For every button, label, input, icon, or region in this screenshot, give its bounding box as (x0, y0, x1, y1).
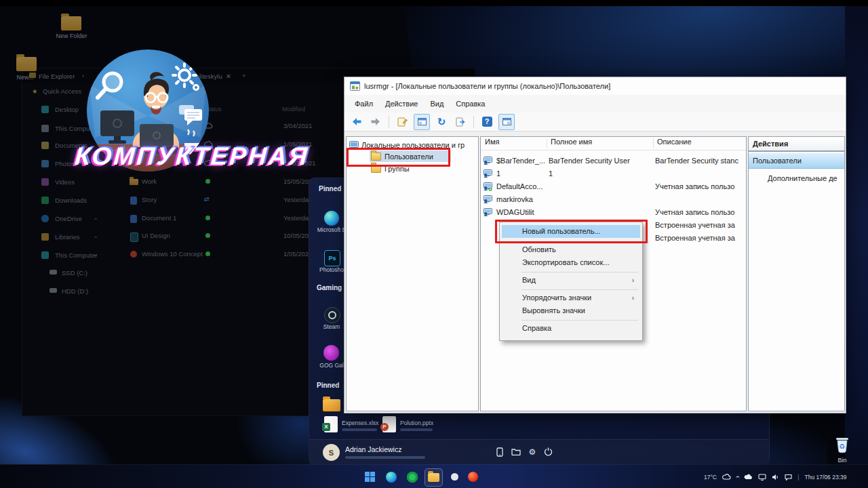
sidebar-item-libraries[interactable]: Libraries (55, 233, 79, 241)
recycle-bin-label: Bin (827, 457, 857, 464)
sidebar-item-videos[interactable]: Videos (55, 178, 75, 186)
computer-icon (41, 125, 49, 132)
folder-icon[interactable] (511, 447, 521, 457)
menu-view[interactable]: Вид (424, 97, 450, 110)
menu-item-arrange-icons[interactable]: Упорядочить значки › (502, 291, 640, 304)
sidebar-item-hdd[interactable]: HDD (D:) (62, 287, 88, 295)
explorer-tab-title[interactable]: File Explorer (39, 73, 75, 80)
taskbar: 17°C › | Thu 17/06 23:39 (0, 464, 868, 488)
sidebar-item-onedrive[interactable]: OneDrive (55, 215, 82, 222)
synced-status-icon (205, 216, 210, 220)
chevron-up-icon[interactable]: › (94, 233, 96, 241)
weather-cloud-icon[interactable] (722, 474, 731, 480)
menu-item-export-list[interactable]: Экспортировать список... (502, 256, 640, 269)
chat-icon[interactable] (785, 474, 792, 481)
tray-chevron-up-icon[interactable]: › (736, 473, 738, 481)
onedrive-cloud-icon[interactable] (744, 474, 753, 480)
menu-item-help[interactable]: Справка (502, 322, 640, 335)
gog-galaxy-icon[interactable] (323, 345, 339, 361)
new-tab-icon[interactable]: + (242, 72, 246, 79)
column-header-name[interactable]: Имя (485, 138, 499, 146)
taskbar-edge-icon[interactable] (382, 468, 399, 485)
weather-temp[interactable]: 17°C (704, 474, 717, 481)
close-icon[interactable]: ✕ (226, 73, 231, 80)
taskbar-red-app-icon[interactable] (465, 468, 481, 485)
downloads-icon (41, 197, 49, 204)
show-console-tree-button[interactable] (414, 114, 430, 130)
user-row[interactable]: 1 1 (481, 167, 746, 180)
actions-item-users[interactable]: Пользователи (749, 153, 844, 169)
computer-icon (41, 251, 49, 259)
list-header: Имя Полное имя Описание (481, 137, 746, 150)
toolbar: ↻ ? (344, 113, 846, 131)
start-button[interactable] (361, 468, 378, 485)
windows-logo-icon (365, 472, 375, 482)
actions-item-more[interactable]: Дополнительные де (768, 173, 837, 184)
sidebar-item-desktop[interactable]: Desktop (55, 106, 79, 113)
edge-icon[interactable] (324, 211, 339, 226)
menu-help[interactable]: Справка (450, 97, 491, 110)
user-row[interactable]: DefaultAcco... Учетная запись пользо (481, 180, 746, 193)
taskbar-green-app-icon[interactable] (403, 468, 420, 485)
menu-action[interactable]: Действие (379, 97, 424, 110)
sidebar-item-ssd[interactable]: SSD (C:) (62, 269, 87, 277)
clock[interactable]: Thu 17/06 23:39 (805, 474, 847, 481)
gaming-section-label: Gaming (317, 284, 342, 291)
column-divider[interactable] (653, 138, 654, 148)
user-row[interactable]: WDAGUtilit Учетная запись пользо (481, 206, 746, 219)
desktop-icon-recycle-bin[interactable]: ♻ Bin (827, 436, 857, 464)
column-header-modified[interactable]: Modified (282, 106, 305, 113)
menu-item-view[interactable]: Вид › (502, 274, 640, 287)
taskbar-light-app-icon[interactable] (446, 468, 463, 485)
sync-status-icon: ⇄ (204, 195, 210, 203)
column-divider[interactable] (547, 138, 547, 148)
speaker-icon[interactable] (772, 474, 779, 481)
back-icon[interactable]: ‹ (82, 72, 84, 79)
desktop-icon-new-folder[interactable] (61, 16, 81, 30)
sidebar-item-downloads[interactable]: Downloads (55, 197, 87, 204)
user-row[interactable]: markirovka (481, 193, 746, 206)
console-doc-button[interactable] (395, 115, 410, 129)
user-row[interactable]: $BarTender_... BarTender Security User B… (481, 155, 746, 167)
column-header-description[interactable]: Описание (657, 138, 692, 146)
back-button[interactable] (349, 115, 364, 129)
refresh-button[interactable]: ↻ (434, 115, 449, 129)
title-bar[interactable]: lusrmgr - [Локальные пользователи и груп… (344, 77, 846, 96)
folder-icon (61, 16, 81, 30)
steam-icon[interactable] (324, 307, 340, 323)
submenu-arrow-icon: › (632, 274, 634, 287)
folder-icon[interactable] (323, 399, 340, 411)
file-subtext-line (342, 428, 377, 431)
power-icon[interactable] (543, 447, 553, 457)
recycle-bin-icon: ♻ (835, 436, 850, 453)
sidebar-item-this-computer-2[interactable]: This Computer (55, 251, 97, 259)
menu-file[interactable]: Файл (349, 97, 379, 110)
toolbar-separator (389, 116, 389, 128)
menu-item-refresh[interactable]: Обновить (502, 243, 640, 256)
star-icon: ★ (32, 87, 38, 95)
forward-button[interactable] (368, 115, 383, 129)
avatar[interactable]: S (323, 444, 340, 461)
user-account-disabled-icon (484, 182, 492, 191)
desktop-icon-new-folder-2[interactable] (16, 57, 37, 71)
chevron-up-icon[interactable]: › (94, 215, 96, 222)
lusrmgr-window: lusrmgr - [Локальные пользователи и груп… (344, 77, 846, 413)
help-button[interactable]: ? (479, 115, 494, 129)
gear-icon[interactable]: ⚙ (528, 447, 537, 457)
sidebar-item-quick-access[interactable]: Quick Access (43, 87, 81, 95)
taskbar-file-explorer-icon[interactable] (425, 468, 443, 487)
photoshop-icon[interactable]: Ps (324, 250, 340, 266)
svg-text:♻: ♻ (839, 443, 845, 450)
network-icon[interactable] (758, 474, 766, 481)
chevron-down-icon[interactable]: › (94, 251, 96, 259)
user-name[interactable]: Adrian Jackiewicz (345, 445, 401, 453)
powerpoint-file-icon (382, 416, 396, 432)
user-account-icon (484, 208, 492, 217)
export-list-button[interactable] (453, 115, 468, 129)
show-action-pane-button[interactable] (498, 114, 515, 130)
user-account-icon (484, 195, 492, 204)
column-header-fullname[interactable]: Полное имя (551, 138, 592, 146)
menu-item-line-up-icons[interactable]: Выровнять значки (502, 304, 640, 317)
file-subtext-line (400, 428, 433, 431)
device-icon[interactable] (495, 447, 505, 457)
